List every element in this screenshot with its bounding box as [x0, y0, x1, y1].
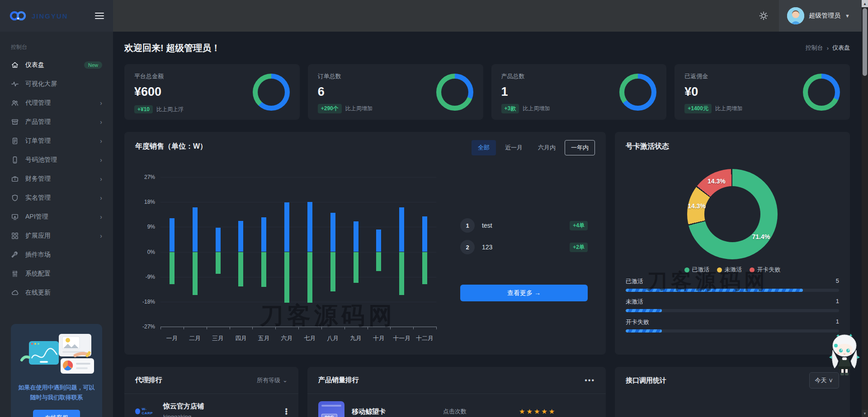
brand-logo[interactable]: JINGYUN: [9, 10, 68, 22]
agent-level-filter[interactable]: 所有等级 ⌄: [257, 376, 288, 384]
bar-negative: [193, 252, 198, 295]
progress-label: 已激活: [626, 277, 643, 286]
x-axis-tick: [298, 327, 299, 329]
online-support-button[interactable]: 在线客服: [33, 410, 80, 417]
sidebar-item-label: 代理管理: [25, 99, 94, 107]
sales-tab-1[interactable]: 近一月: [499, 140, 529, 155]
x-axis-month-label: 十一月: [390, 334, 414, 342]
rank-badge: +4单: [570, 221, 588, 230]
legend-dot-icon: [717, 267, 722, 272]
bar-negative: [376, 252, 381, 272]
scroll-down-arrow-icon[interactable]: ▼: [862, 410, 868, 417]
sidebar-item-sliders[interactable]: 系统配置: [0, 264, 113, 283]
sidebar-item-pulse[interactable]: 可视化大屏: [0, 75, 113, 94]
bar-negative: [330, 252, 335, 291]
clicks-label: 点击次数: [443, 408, 467, 416]
progress-track: [626, 289, 839, 292]
sliders-icon: [11, 270, 19, 278]
bar-positive: [399, 207, 404, 252]
sidebar: JINGYUN 控制台 仪表盘New可视化大屏代理管理›产品管理›订单管理›号码…: [0, 0, 113, 417]
sidebar-item-archive[interactable]: 产品管理›: [0, 112, 113, 131]
sidebar-item-wrench[interactable]: 插件市场: [0, 245, 113, 264]
progress-track: [626, 309, 839, 312]
sidebar-item-file[interactable]: 订单管理›: [0, 131, 113, 150]
x-axis-tick: [230, 327, 230, 329]
bar-positive: [193, 207, 198, 252]
legend-label: 未激活: [725, 266, 742, 274]
chart-gridline: [160, 252, 436, 253]
rank-name: test: [482, 222, 562, 229]
kebab-menu-icon[interactable]: •••: [285, 408, 288, 415]
sidebar-item-briefcase[interactable]: 财务管理›: [0, 169, 113, 188]
scroll-up-arrow-icon[interactable]: ▲: [862, 0, 868, 7]
user-menu[interactable]: 超级管理员 ▼: [779, 0, 862, 32]
stat-change-desc: 比上周上浮: [156, 106, 184, 113]
sales-range-tabs: 全部近一月六月内一年内: [472, 140, 595, 155]
x-axis-month-label: 三月: [206, 334, 230, 342]
sales-tab-2[interactable]: 六月内: [532, 140, 562, 155]
shield-icon: [11, 194, 19, 202]
bar-positive: [354, 221, 359, 252]
progress-row: 未激活1: [626, 298, 839, 312]
file-icon: [11, 137, 19, 145]
stat-donut-chart: [253, 74, 290, 111]
progress-row: 开卡失败1: [626, 318, 839, 333]
sales-tab-0[interactable]: 全部: [472, 140, 496, 155]
agent-list-item[interactable]: W-CARP 惊云官方店铺 kingqaking •••: [124, 394, 298, 417]
stat-change-desc: 比上周增加: [715, 105, 742, 112]
activation-title: 号卡激活状态: [626, 142, 669, 151]
sidebar-collapse-button[interactable]: [95, 11, 104, 21]
bar-negative: [399, 252, 404, 295]
sidebar-item-grid[interactable]: 扩展应用›: [0, 226, 113, 245]
sidebar-item-home[interactable]: 仪表盘New: [0, 56, 113, 75]
scrollbar-thumb[interactable]: [863, 8, 867, 76]
avatar: [787, 7, 804, 24]
breadcrumb-current: 仪表盘: [832, 44, 850, 52]
breadcrumb-root[interactable]: 控制台: [806, 44, 823, 52]
ranking-row[interactable]: 2123+2单: [460, 239, 588, 255]
ranking-row[interactable]: 1test+4单: [460, 218, 588, 233]
bar-positive: [422, 216, 427, 252]
sidebar-item-cloud[interactable]: 在线更新: [0, 283, 113, 302]
y-axis-tick-label: 18%: [144, 199, 155, 205]
mascot-sticker: [828, 332, 861, 377]
theme-toggle-button[interactable]: [755, 7, 773, 25]
x-axis-tick: [344, 327, 345, 329]
product-list-item[interactable]: 80G 移动鲸望卡 点击次数 240K ★★★★★ 1234单: [307, 394, 606, 417]
progress-value: 1: [836, 298, 839, 306]
view-more-label: 查看更多: [507, 289, 533, 296]
bar-negative: [422, 252, 427, 285]
card-activation-status: 号卡激活状态 71.4%14.3%14.3% 已激活未激活开卡失败 已激活5未激…: [615, 132, 850, 355]
bar-positive: [216, 228, 221, 252]
bar-positive: [307, 202, 312, 252]
progress-fill: [626, 329, 662, 333]
sales-tab-3[interactable]: 一年内: [565, 140, 595, 155]
y-axis-tick-label: 9%: [147, 224, 155, 230]
legend-label: 已激活: [692, 266, 710, 274]
cloud-icon: [11, 289, 19, 297]
sidebar-item-label: 产品管理: [25, 118, 94, 126]
x-axis-tick: [184, 327, 184, 329]
sidebar-item-monitor[interactable]: API管理›: [0, 207, 113, 226]
x-axis-month-label: 一月: [160, 334, 184, 342]
stat-footer: +3款比上周增加: [501, 104, 550, 113]
progress-fill: [626, 289, 803, 292]
page-scrollbar[interactable]: ▲ ▼: [862, 0, 868, 417]
x-axis-tick: [252, 327, 253, 329]
bar-positive: [238, 221, 243, 252]
ellipsis-menu-icon[interactable]: •••: [585, 376, 595, 384]
bar-positive: [330, 213, 335, 252]
sidebar-item-shield[interactable]: 实名管理›: [0, 188, 113, 207]
stat-card-2: 产品总数1+3款比上周增加: [491, 64, 667, 120]
view-more-button[interactable]: 查看更多 →: [460, 285, 588, 301]
agent-shop-username: kingqaking: [163, 413, 278, 417]
sidebar-item-phone[interactable]: 号码池管理›: [0, 150, 113, 169]
sidebar-header: JINGYUN: [0, 0, 113, 32]
chevron-right-icon: ›: [100, 175, 102, 183]
brand-name: JINGYUN: [32, 12, 68, 20]
chevron-right-icon: ›: [100, 213, 102, 220]
stat-footer: +1400元比上周增加: [684, 104, 742, 113]
sidebar-item-users[interactable]: 代理管理›: [0, 94, 113, 112]
bar-positive: [284, 202, 289, 252]
x-axis-month-label: 五月: [252, 334, 276, 342]
